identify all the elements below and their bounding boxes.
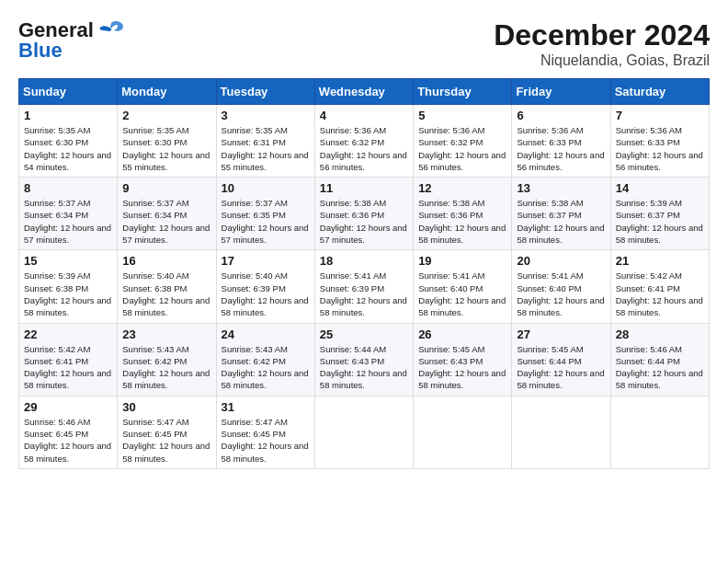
day-number: 27	[517, 327, 605, 341]
day-info: Sunrise: 5:36 AMSunset: 6:33 PMDaylight:…	[616, 124, 704, 173]
calendar-cell: 15Sunrise: 5:39 AMSunset: 6:38 PMDayligh…	[19, 250, 118, 323]
day-info: Sunrise: 5:38 AMSunset: 6:37 PMDaylight:…	[517, 197, 605, 246]
day-info: Sunrise: 5:43 AMSunset: 6:42 PMDaylight:…	[222, 343, 310, 392]
calendar-cell: 6Sunrise: 5:36 AMSunset: 6:33 PMDaylight…	[512, 105, 610, 178]
day-info: Sunrise: 5:43 AMSunset: 6:42 PMDaylight:…	[122, 343, 210, 392]
day-info: Sunrise: 5:41 AMSunset: 6:39 PMDaylight:…	[320, 270, 408, 318]
logo-blue-text: Blue	[18, 39, 63, 63]
col-header-sunday: Sunday	[19, 79, 118, 105]
day-number: 17	[222, 254, 310, 268]
day-number: 1	[24, 109, 112, 122]
day-info: Sunrise: 5:46 AMSunset: 6:44 PMDaylight:…	[616, 343, 704, 392]
day-number: 23	[122, 327, 210, 341]
day-number: 16	[122, 254, 210, 268]
day-number: 18	[320, 254, 408, 268]
day-number: 14	[616, 181, 704, 195]
page-header: General Blue December 2024 Niquelandia, …	[18, 18, 710, 69]
day-number: 12	[418, 181, 506, 195]
day-number: 31	[222, 400, 310, 414]
day-number: 7	[616, 109, 704, 122]
day-info: Sunrise: 5:47 AMSunset: 6:45 PMDaylight:…	[122, 416, 210, 465]
day-info: Sunrise: 5:36 AMSunset: 6:32 PMDaylight:…	[418, 124, 506, 173]
calendar-header-row: SundayMondayTuesdayWednesdayThursdayFrid…	[19, 79, 710, 105]
day-number: 24	[222, 327, 310, 341]
day-number: 15	[24, 254, 112, 268]
day-number: 22	[24, 327, 112, 341]
day-info: Sunrise: 5:37 AMSunset: 6:34 PMDaylight:…	[24, 197, 112, 246]
calendar-cell: 5Sunrise: 5:36 AMSunset: 6:32 PMDaylight…	[414, 105, 512, 178]
calendar-cell: 24Sunrise: 5:43 AMSunset: 6:42 PMDayligh…	[216, 323, 314, 396]
calendar-cell: 26Sunrise: 5:45 AMSunset: 6:43 PMDayligh…	[414, 323, 512, 396]
calendar-table: SundayMondayTuesdayWednesdayThursdayFrid…	[18, 78, 710, 469]
day-number: 21	[616, 254, 704, 268]
day-number: 3	[222, 109, 310, 122]
day-info: Sunrise: 5:35 AMSunset: 6:31 PMDaylight:…	[222, 124, 310, 173]
day-info: Sunrise: 5:38 AMSunset: 6:36 PMDaylight:…	[320, 197, 408, 246]
day-info: Sunrise: 5:46 AMSunset: 6:45 PMDaylight:…	[24, 416, 112, 465]
day-number: 6	[517, 109, 605, 122]
day-info: Sunrise: 5:35 AMSunset: 6:30 PMDaylight:…	[122, 124, 210, 173]
page-title: December 2024	[494, 18, 710, 52]
calendar-cell: 21Sunrise: 5:42 AMSunset: 6:41 PMDayligh…	[610, 250, 709, 323]
calendar-cell	[512, 396, 610, 468]
day-info: Sunrise: 5:36 AMSunset: 6:33 PMDaylight:…	[517, 124, 605, 173]
calendar-cell: 22Sunrise: 5:42 AMSunset: 6:41 PMDayligh…	[19, 323, 118, 396]
calendar-cell	[610, 396, 709, 468]
calendar-cell: 17Sunrise: 5:40 AMSunset: 6:39 PMDayligh…	[216, 250, 314, 323]
calendar-cell: 12Sunrise: 5:38 AMSunset: 6:36 PMDayligh…	[414, 178, 512, 250]
day-info: Sunrise: 5:39 AMSunset: 6:38 PMDaylight:…	[24, 270, 112, 318]
calendar-cell: 3Sunrise: 5:35 AMSunset: 6:31 PMDaylight…	[216, 105, 314, 178]
calendar-cell: 28Sunrise: 5:46 AMSunset: 6:44 PMDayligh…	[610, 323, 709, 396]
col-header-saturday: Saturday	[610, 79, 709, 105]
title-block: December 2024 Niquelandia, Goias, Brazil	[494, 18, 710, 69]
col-header-thursday: Thursday	[414, 79, 512, 105]
day-info: Sunrise: 5:44 AMSunset: 6:43 PMDaylight:…	[320, 343, 408, 392]
day-number: 30	[122, 400, 210, 414]
calendar-week-row: 22Sunrise: 5:42 AMSunset: 6:41 PMDayligh…	[19, 323, 710, 396]
day-info: Sunrise: 5:40 AMSunset: 6:39 PMDaylight:…	[222, 270, 310, 318]
day-number: 13	[517, 181, 605, 195]
day-number: 8	[24, 181, 112, 195]
calendar-week-row: 1Sunrise: 5:35 AMSunset: 6:30 PMDaylight…	[19, 105, 710, 178]
day-info: Sunrise: 5:45 AMSunset: 6:44 PMDaylight:…	[517, 343, 605, 392]
day-info: Sunrise: 5:37 AMSunset: 6:34 PMDaylight:…	[122, 197, 210, 246]
day-info: Sunrise: 5:40 AMSunset: 6:38 PMDaylight:…	[122, 270, 210, 318]
day-info: Sunrise: 5:39 AMSunset: 6:37 PMDaylight:…	[616, 197, 704, 246]
day-info: Sunrise: 5:41 AMSunset: 6:40 PMDaylight:…	[418, 270, 506, 318]
col-header-tuesday: Tuesday	[216, 79, 314, 105]
calendar-cell: 13Sunrise: 5:38 AMSunset: 6:37 PMDayligh…	[512, 178, 610, 250]
day-info: Sunrise: 5:47 AMSunset: 6:45 PMDaylight:…	[222, 416, 310, 465]
day-number: 4	[320, 109, 408, 122]
day-number: 11	[320, 181, 408, 195]
calendar-cell: 14Sunrise: 5:39 AMSunset: 6:37 PMDayligh…	[610, 178, 709, 250]
calendar-cell	[414, 396, 512, 468]
day-number: 10	[222, 181, 310, 195]
calendar-cell: 18Sunrise: 5:41 AMSunset: 6:39 PMDayligh…	[314, 250, 413, 323]
day-number: 2	[122, 109, 210, 122]
calendar-cell	[314, 396, 413, 468]
calendar-week-row: 29Sunrise: 5:46 AMSunset: 6:45 PMDayligh…	[19, 396, 710, 468]
day-info: Sunrise: 5:42 AMSunset: 6:41 PMDaylight:…	[24, 343, 112, 392]
calendar-cell: 25Sunrise: 5:44 AMSunset: 6:43 PMDayligh…	[314, 323, 413, 396]
calendar-cell: 20Sunrise: 5:41 AMSunset: 6:40 PMDayligh…	[512, 250, 610, 323]
day-info: Sunrise: 5:45 AMSunset: 6:43 PMDaylight:…	[418, 343, 506, 392]
day-info: Sunrise: 5:36 AMSunset: 6:32 PMDaylight:…	[320, 124, 408, 173]
page-subtitle: Niquelandia, Goias, Brazil	[494, 52, 710, 69]
calendar-cell: 29Sunrise: 5:46 AMSunset: 6:45 PMDayligh…	[19, 396, 118, 468]
col-header-monday: Monday	[118, 79, 216, 105]
calendar-cell: 27Sunrise: 5:45 AMSunset: 6:44 PMDayligh…	[512, 323, 610, 396]
calendar-cell: 10Sunrise: 5:37 AMSunset: 6:35 PMDayligh…	[216, 178, 314, 250]
day-info: Sunrise: 5:35 AMSunset: 6:30 PMDaylight:…	[24, 124, 112, 173]
calendar-cell: 31Sunrise: 5:47 AMSunset: 6:45 PMDayligh…	[216, 396, 314, 468]
day-number: 29	[24, 400, 112, 414]
logo: General Blue	[18, 18, 125, 63]
logo-bird-icon	[97, 19, 125, 41]
col-header-friday: Friday	[512, 79, 610, 105]
day-info: Sunrise: 5:42 AMSunset: 6:41 PMDaylight:…	[616, 270, 704, 318]
calendar-cell: 16Sunrise: 5:40 AMSunset: 6:38 PMDayligh…	[118, 250, 216, 323]
calendar-cell: 19Sunrise: 5:41 AMSunset: 6:40 PMDayligh…	[414, 250, 512, 323]
day-number: 9	[122, 181, 210, 195]
col-header-wednesday: Wednesday	[314, 79, 413, 105]
day-number: 5	[418, 109, 506, 122]
calendar-week-row: 15Sunrise: 5:39 AMSunset: 6:38 PMDayligh…	[19, 250, 710, 323]
